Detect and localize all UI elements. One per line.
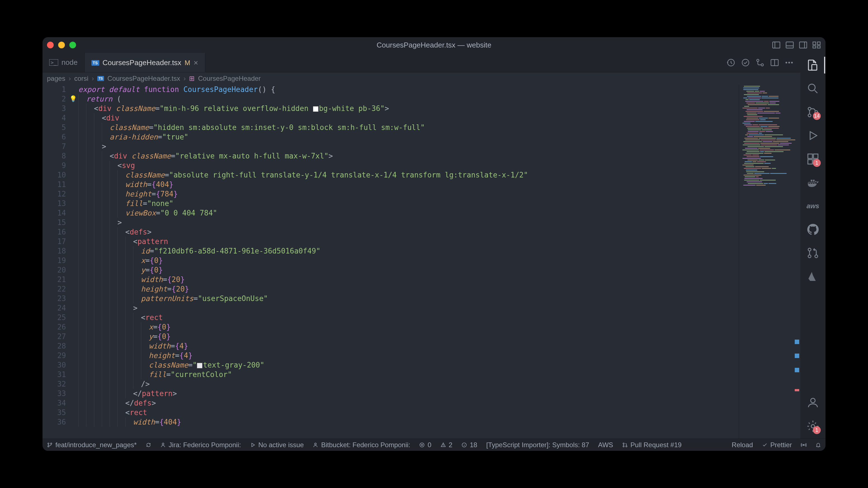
code-area[interactable]: export default function CoursesPageHeade… (76, 85, 739, 438)
code-line[interactable]: width={404} (78, 417, 739, 427)
code-line[interactable]: <pattern (78, 237, 739, 246)
minimize-window-button[interactable] (58, 42, 65, 48)
breadcrumb-item[interactable]: CoursesPageHeader (198, 75, 260, 83)
status-play[interactable]: No active issue (250, 441, 304, 449)
code-line[interactable]: > (78, 303, 739, 313)
maximize-window-button[interactable] (69, 42, 76, 48)
line-number: 21 (42, 275, 66, 284)
code-line[interactable]: > (78, 218, 739, 227)
code-line[interactable]: id="f210dbf6-a58d-4871-961e-36d5016a0f49… (78, 246, 739, 256)
activity-source-control-icon[interactable]: 14 (806, 105, 819, 119)
code-line[interactable]: </defs> (78, 398, 739, 408)
code-line[interactable]: <div className="min-h-96 relative overfl… (78, 104, 739, 113)
activity-search-icon[interactable] (806, 82, 819, 95)
check-icon[interactable] (741, 58, 750, 67)
window-title: CoursesPageHeader.tsx — website (377, 41, 491, 50)
breadcrumb[interactable]: pages › corsi › TS CoursesPageHeader.tsx… (42, 72, 800, 85)
code-line[interactable]: x={0} (78, 256, 739, 265)
activity-account-icon[interactable] (806, 396, 819, 410)
activity-github-icon[interactable] (806, 223, 819, 236)
editor-body[interactable]: 1234567891011121314151617181920212223242… (42, 85, 800, 438)
close-window-button[interactable] (47, 42, 54, 48)
code-line[interactable]: x={0} (78, 322, 739, 332)
split-editor-icon[interactable] (770, 58, 779, 67)
breadcrumb-item[interactable]: pages (47, 75, 65, 83)
activity-aws-icon[interactable]: aws (806, 199, 819, 213)
status-text: [TypeScript Importer]: Symbols: 87 (486, 441, 589, 449)
code-line[interactable]: aria-hidden="true" (78, 132, 739, 142)
customize-layout-icon[interactable] (812, 40, 821, 50)
code-line[interactable]: width={4} (78, 341, 739, 351)
code-line[interactable]: 💡return ( (78, 94, 739, 104)
history-icon[interactable] (726, 58, 736, 67)
status-broadcast[interactable] (801, 442, 806, 448)
code-line[interactable]: height={4} (78, 351, 739, 360)
status-text: 0 (428, 441, 431, 449)
activity-atlassian-icon[interactable] (806, 270, 819, 283)
code-line[interactable]: width={20} (78, 275, 739, 284)
more-actions-icon[interactable] (785, 58, 794, 67)
code-line[interactable]: fill="none" (78, 199, 739, 208)
code-line[interactable]: export default function CoursesPageHeade… (78, 85, 739, 94)
svg-point-33 (48, 443, 49, 444)
activity-explorer-icon[interactable] (806, 58, 819, 72)
badge: 1 (813, 159, 821, 167)
activity-docker-icon[interactable] (806, 176, 819, 189)
status-error[interactable]: 0 (419, 441, 431, 449)
status-pr[interactable]: Pull Request #19 (622, 441, 682, 449)
code-line[interactable]: className="hidden sm:absolute sm:inset-y… (78, 123, 739, 132)
code-line[interactable]: y={0} (78, 332, 739, 341)
status-aws[interactable]: AWS (598, 441, 613, 449)
status-sync[interactable] (146, 442, 151, 448)
code-line[interactable]: <rect (78, 408, 739, 417)
code-line[interactable]: <defs> (78, 227, 739, 237)
code-line[interactable]: /> (78, 379, 739, 389)
status-check[interactable]: Prettier (762, 441, 792, 449)
status-person[interactable]: Bitbucket: Federico Pomponii: (313, 441, 410, 449)
code-line[interactable]: height={20} (78, 284, 739, 294)
code-line[interactable]: <rect (78, 313, 739, 322)
status-person[interactable]: Jira: Federico Pomponii: (160, 441, 241, 449)
code-line[interactable]: <div className="relative mx-auto h-full … (78, 151, 739, 161)
line-number: 10 (42, 170, 66, 180)
code-line[interactable]: <div (78, 113, 739, 123)
code-line[interactable]: y={0} (78, 265, 739, 275)
code-line[interactable]: className="absolute right-full translate… (78, 170, 739, 180)
status-info[interactable]: 18 (461, 441, 477, 449)
tab-node[interactable]: >_ node (42, 53, 85, 72)
code-line[interactable]: patternUnits="userSpaceOnUse" (78, 294, 739, 303)
code-line[interactable]: height={784} (78, 189, 739, 199)
status-bell[interactable] (815, 442, 821, 448)
activity-run-debug-icon[interactable] (806, 129, 819, 142)
lightbulb-icon[interactable]: 💡 (69, 94, 77, 104)
toggle-panel-right-icon[interactable] (799, 40, 808, 50)
overview-ruler[interactable] (793, 85, 800, 438)
activity-extensions-icon[interactable]: 1 (806, 152, 819, 166)
breadcrumb-item[interactable]: corsi (74, 75, 88, 83)
status-reload[interactable]: Reload (732, 441, 753, 449)
code-line[interactable]: viewBox="0 0 404 784" (78, 208, 739, 218)
activity-pull-requests-icon[interactable] (806, 246, 819, 260)
line-number: 15 (42, 218, 66, 227)
code-line[interactable]: </pattern> (78, 389, 739, 398)
close-tab-icon[interactable]: × (193, 58, 198, 67)
badge: 1 (813, 426, 821, 434)
play-icon (250, 442, 256, 448)
activity-settings-icon[interactable]: 1 (806, 420, 819, 433)
status--typescript-[interactable]: [TypeScript Importer]: Symbols: 87 (486, 441, 589, 449)
breadcrumb-item[interactable]: CoursesPageHeader.tsx (107, 75, 180, 83)
compare-icon[interactable] (755, 58, 765, 67)
toggle-panel-left-icon[interactable] (772, 40, 781, 50)
code-line[interactable]: > (78, 142, 739, 151)
status-warning[interactable]: 2 (440, 441, 453, 449)
line-number: 4 (42, 113, 66, 123)
minimap[interactable] (739, 85, 800, 438)
status-git-branch[interactable]: feat/introduce_new_pages* (47, 441, 137, 449)
tab-courses-page-header[interactable]: TS CoursesPageHeader.tsx M × (85, 53, 205, 72)
code-line[interactable]: width={404} (78, 180, 739, 189)
code-line[interactable]: className="text-gray-200" (78, 360, 739, 370)
code-line[interactable]: <svg (78, 161, 739, 170)
code-line[interactable]: fill="currentColor" (78, 370, 739, 379)
toggle-panel-bottom-icon[interactable] (785, 40, 794, 50)
svg-point-19 (808, 84, 815, 91)
